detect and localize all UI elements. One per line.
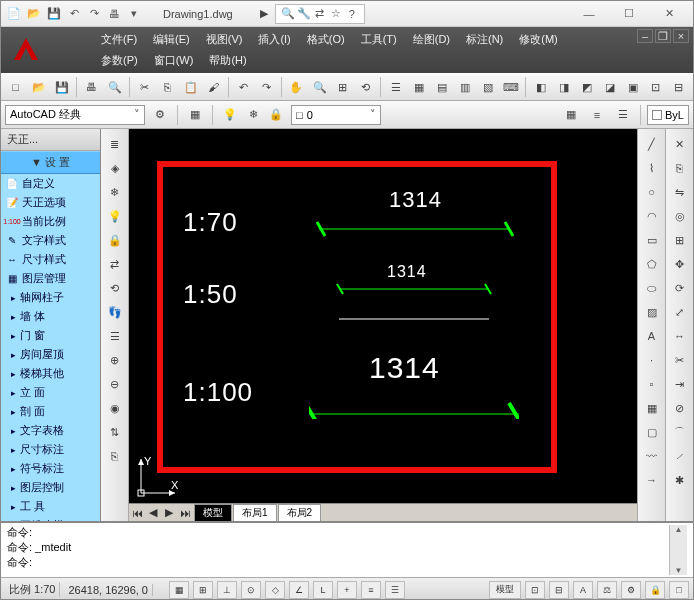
layer-on-icon[interactable]: 💡 — [219, 104, 241, 126]
offset-icon[interactable]: ◎ — [669, 205, 691, 227]
mdi-close-icon[interactable]: × — [673, 29, 689, 43]
copy2-icon[interactable]: ⎘ — [669, 157, 691, 179]
layer-change-icon[interactable]: ⇅ — [104, 421, 126, 443]
palette-sub[interactable]: 剖 面 — [1, 402, 100, 421]
extras-3-icon[interactable]: ◩ — [576, 76, 597, 98]
copy-icon[interactable]: ⎘ — [157, 76, 178, 98]
layer-cur-icon[interactable]: ◉ — [104, 397, 126, 419]
arc-icon[interactable]: ◠ — [641, 205, 663, 227]
palette-item-layermgr[interactable]: ▦图层管理 — [1, 269, 100, 288]
move-icon[interactable]: ✥ — [669, 253, 691, 275]
point-icon[interactable]: · — [641, 349, 663, 371]
pline-icon[interactable]: ⌇ — [641, 157, 663, 179]
layer-prev-icon[interactable]: ⟲ — [104, 277, 126, 299]
layer-off-icon[interactable]: 💡 — [104, 205, 126, 227]
layer-state-icon[interactable]: ☰ — [104, 325, 126, 347]
status-btn-2[interactable]: ⊟ — [549, 581, 569, 599]
ducs-toggle[interactable]: L — [313, 581, 333, 599]
otrack-toggle[interactable]: ∠ — [289, 581, 309, 599]
ortho-toggle[interactable]: ⊥ — [217, 581, 237, 599]
layer-freeze-icon[interactable]: ❄ — [242, 104, 264, 126]
stretch-icon[interactable]: ↔ — [669, 325, 691, 347]
layer-iso-icon[interactable]: ◈ — [104, 157, 126, 179]
osnap-toggle[interactable]: ◇ — [265, 581, 285, 599]
array-icon[interactable]: ⊞ — [669, 229, 691, 251]
palette-sub[interactable]: 轴网柱子 — [1, 288, 100, 307]
tab-prev-icon[interactable]: ◀ — [145, 506, 161, 520]
palette-sub[interactable]: 墙 体 — [1, 307, 100, 326]
dyn-toggle[interactable]: + — [337, 581, 357, 599]
palette-item-options[interactable]: 📝天正选项 — [1, 193, 100, 212]
menu-draw[interactable]: 绘图(D) — [405, 29, 458, 50]
tool-palette-icon[interactable]: ▤ — [431, 76, 452, 98]
tab-first-icon[interactable]: ⏮ — [129, 506, 145, 520]
hatch-icon[interactable]: ▨ — [641, 301, 663, 323]
layer-lock2-icon[interactable]: 🔒 — [104, 229, 126, 251]
binoculars-icon[interactable]: 🔍 — [280, 6, 296, 22]
palette-sub[interactable]: 立 面 — [1, 383, 100, 402]
line-icon[interactable]: ╱ — [641, 133, 663, 155]
qat-dropdown-icon[interactable]: ▾ — [125, 5, 143, 23]
lwt-toggle[interactable]: ≡ — [361, 581, 381, 599]
extras-1-icon[interactable]: ◧ — [530, 76, 551, 98]
zoom-prev-icon[interactable]: ⟲ — [355, 76, 376, 98]
undo-tb-icon[interactable]: ↶ — [233, 76, 254, 98]
fillet-icon[interactable]: ⌒ — [669, 421, 691, 443]
extras-2-icon[interactable]: ◨ — [553, 76, 574, 98]
menu-view[interactable]: 视图(V) — [198, 29, 251, 50]
match-icon[interactable]: 🖌 — [203, 76, 224, 98]
mirror-icon[interactable]: ⇋ — [669, 181, 691, 203]
layer-copy-icon[interactable]: ⎘ — [104, 445, 126, 467]
polar-toggle[interactable]: ⊙ — [241, 581, 261, 599]
ws-settings-icon[interactable]: ⚙ — [149, 104, 171, 126]
star-icon[interactable]: ☆ — [328, 6, 344, 22]
ray-icon[interactable]: → — [641, 469, 663, 491]
status-ws-icon[interactable]: ⚙ — [621, 581, 641, 599]
tab-next-icon[interactable]: ▶ — [161, 506, 177, 520]
rotate-icon[interactable]: ⟳ — [669, 277, 691, 299]
palette-sub[interactable]: 门 窗 — [1, 326, 100, 345]
save-icon[interactable]: 💾 — [45, 5, 63, 23]
chamfer-icon[interactable]: ⟋ — [669, 445, 691, 467]
scale2-icon[interactable]: ⤢ — [669, 301, 691, 323]
menu-tools[interactable]: 工具(T) — [353, 29, 405, 50]
model-toggle[interactable]: 模型 — [489, 581, 521, 599]
calc-icon[interactable]: ⌨ — [500, 76, 521, 98]
region-icon[interactable]: ▢ — [641, 421, 663, 443]
sheet-icon[interactable]: ▥ — [454, 76, 475, 98]
palette-sub[interactable]: 房间屋顶 — [1, 345, 100, 364]
layer-del-icon[interactable]: ⊖ — [104, 373, 126, 395]
palette-sub[interactable]: 尺寸标注 — [1, 440, 100, 459]
cut-icon[interactable]: ✂ — [134, 76, 155, 98]
tab-layout1[interactable]: 布局1 — [233, 504, 277, 521]
new-icon[interactable]: 📄 — [5, 5, 23, 23]
mdi-restore-icon[interactable]: ❐ — [655, 29, 671, 43]
qp-toggle[interactable]: ☰ — [385, 581, 405, 599]
palette-sub[interactable]: 图层控制 — [1, 478, 100, 497]
text-icon[interactable]: A — [641, 325, 663, 347]
spline-icon[interactable]: 〰 — [641, 445, 663, 467]
app-logo-icon[interactable] — [5, 29, 47, 71]
redo-icon[interactable]: ↷ — [85, 5, 103, 23]
status-scale-icon[interactable]: ⚖ — [597, 581, 617, 599]
help-icon[interactable]: ? — [344, 6, 360, 22]
markup-icon[interactable]: ▧ — [477, 76, 498, 98]
menu-dim[interactable]: 标注(N) — [458, 29, 511, 50]
status-anno-icon[interactable]: A — [573, 581, 593, 599]
rect-icon[interactable]: ▭ — [641, 229, 663, 251]
exchange-icon[interactable]: ⇄ — [312, 6, 328, 22]
erase-icon[interactable]: ✕ — [669, 133, 691, 155]
palette-item-textstyle[interactable]: ✎文字样式 — [1, 231, 100, 250]
extras-7-icon[interactable]: ⊟ — [668, 76, 689, 98]
trim-icon[interactable]: ✂ — [669, 349, 691, 371]
key-icon[interactable]: 🔧 — [296, 6, 312, 22]
grid-toggle[interactable]: ⊞ — [193, 581, 213, 599]
new-doc-icon[interactable]: □ — [5, 76, 26, 98]
design-center-icon[interactable]: ▦ — [408, 76, 429, 98]
layer-stack-icon[interactable]: ≣ — [104, 133, 126, 155]
palette-item-scale[interactable]: 1:100当前比例 — [1, 212, 100, 231]
extras-5-icon[interactable]: ▣ — [622, 76, 643, 98]
zoom-icon[interactable]: 🔍 — [309, 76, 330, 98]
palette-sub[interactable]: 文字表格 — [1, 421, 100, 440]
bylayer-combo[interactable]: ByL — [647, 105, 689, 125]
